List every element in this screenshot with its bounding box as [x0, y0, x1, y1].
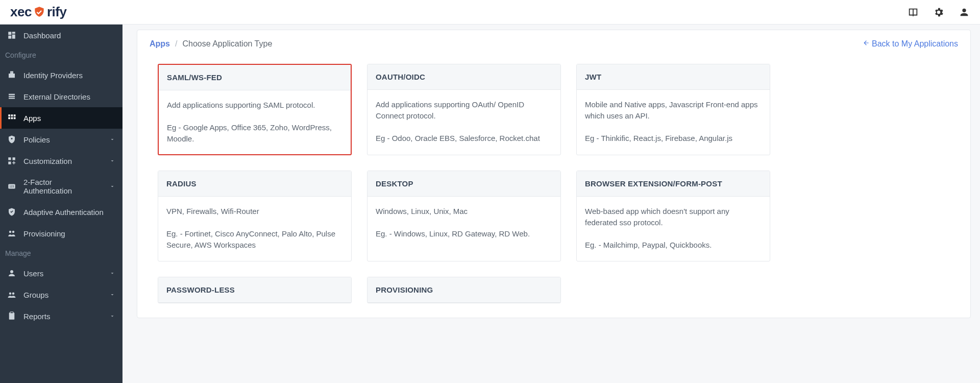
svg-rect-9	[13, 157, 15, 160]
sidebar-item-customization[interactable]: Customization	[0, 150, 122, 172]
breadcrumb-sep: /	[175, 39, 177, 49]
card-desc: Web-based app which doesn't support any …	[585, 206, 762, 228]
breadcrumb-current: Choose Application Type	[182, 39, 272, 49]
card-example: Eg - Odoo, Oracle EBS, Salesforce, Rocke…	[376, 133, 552, 144]
card-title: PASSWORD-LESS	[158, 277, 351, 303]
sidebar-section-configure: Configure	[0, 46, 122, 64]
list-icon	[7, 92, 16, 101]
breadcrumb: Apps / Choose Application Type	[150, 39, 272, 49]
card-body: Add applications supporting OAuth/ OpenI…	[368, 90, 560, 154]
sidebar-item-label: External Directories	[23, 92, 90, 101]
card-example: Eg - Thinkific, React.js, Firebase, Angu…	[585, 133, 762, 144]
back-link-label: Back to My Applications	[872, 39, 958, 49]
svg-point-15	[10, 270, 13, 273]
card-desc: Windows, Linux, Unix, Mac	[376, 206, 552, 217]
user-icon	[7, 269, 16, 278]
sidebar-item-identity-providers[interactable]: Identity Providers	[0, 64, 122, 86]
card-provisioning[interactable]: PROVISIONING	[367, 277, 561, 303]
sidebar-item-label: Customization	[23, 157, 72, 165]
sidebar-section-manage: Manage	[0, 244, 122, 262]
chevron-down-icon	[109, 269, 115, 278]
card-title: RADIUS	[158, 171, 351, 197]
sidebar-item-label: Groups	[23, 291, 48, 299]
sidebar-item-label: Provisioning	[23, 229, 65, 238]
svg-text:123: 123	[10, 185, 14, 188]
sidebar-item-2fa[interactable]: 123 2-Factor Authentication	[0, 172, 122, 201]
topbar: xec rify	[0, 0, 980, 25]
main-content: Apps / Choose Application Type Back to M…	[122, 25, 980, 383]
user-icon[interactable]	[959, 7, 970, 18]
dashboard-icon	[7, 31, 16, 40]
sidebar-item-reports[interactable]: Reports	[0, 305, 122, 327]
card-oauth[interactable]: OAUTH/OIDC Add applications supporting O…	[367, 64, 561, 155]
sidebar-item-apps[interactable]: Apps	[0, 107, 122, 129]
shield-icon	[33, 6, 46, 19]
docs-icon[interactable]	[908, 7, 919, 18]
sidebar-item-policies[interactable]: Policies	[0, 129, 122, 150]
card-desc: Mobile and Native apps, Javascript Front…	[585, 99, 762, 122]
chevron-down-icon	[109, 312, 115, 321]
sidebar-item-label: Users	[23, 269, 43, 278]
sidebar-item-label: Apps	[23, 114, 41, 123]
chevron-down-icon	[109, 291, 115, 299]
card-example: Eg. - Windows, Linux, RD Gateway, RD Web…	[376, 228, 552, 240]
policy-icon	[7, 135, 16, 144]
app-type-grid: SAML/WS-FED Add applications supporting …	[158, 64, 770, 303]
two-factor-icon: 123	[7, 182, 16, 191]
card-desc: VPN, Firewalls, Wifi-Router	[166, 206, 343, 217]
svg-rect-8	[8, 157, 11, 160]
sidebar-item-users[interactable]: Users	[0, 262, 122, 284]
card-body: VPN, Firewalls, Wifi-Router Eg. - Fortin…	[158, 197, 351, 260]
sidebar-item-label: Identity Providers	[23, 71, 83, 80]
card-title: BROWSER EXTENSION/FORM-POST	[577, 171, 770, 197]
breadcrumb-root[interactable]: Apps	[150, 39, 170, 49]
card-passwordless[interactable]: PASSWORD-LESS	[158, 277, 352, 303]
card-title: OAUTH/OIDC	[368, 64, 560, 90]
logo[interactable]: xec rify	[10, 4, 66, 20]
gear-icon[interactable]	[933, 7, 944, 18]
card-example: Eg. - Mailchimp, Paypal, Quickbooks.	[585, 240, 762, 251]
card-title: DESKTOP	[368, 171, 560, 197]
svg-rect-3	[14, 114, 16, 116]
breadcrumb-row: Apps / Choose Application Type Back to M…	[150, 39, 958, 49]
svg-rect-2	[11, 114, 13, 116]
sidebar-item-label: Adaptive Authentication	[23, 208, 104, 217]
provisioning-icon	[7, 229, 16, 238]
sidebar-item-groups[interactable]: Groups	[0, 284, 122, 305]
logo-text-post: rify	[47, 4, 66, 20]
svg-point-13	[9, 231, 12, 233]
svg-rect-10	[8, 162, 11, 164]
card-desc: Add applications supporting OAuth/ OpenI…	[376, 99, 552, 122]
card-example: Eg - Google Apps, Office 365, Zoho, Word…	[167, 122, 342, 145]
svg-rect-5	[11, 117, 13, 119]
shield-check-icon	[7, 207, 16, 217]
card-radius[interactable]: RADIUS VPN, Firewalls, Wifi-Router Eg. -…	[158, 171, 352, 261]
chevron-down-icon	[109, 182, 115, 191]
svg-point-14	[12, 231, 15, 233]
sidebar-item-adaptive-auth[interactable]: Adaptive Authentication	[0, 201, 122, 223]
svg-rect-1	[8, 114, 10, 116]
back-to-apps-link[interactable]: Back to My Applications	[863, 39, 958, 49]
chevron-down-icon	[109, 135, 115, 144]
topbar-actions	[908, 7, 970, 18]
svg-point-7	[11, 138, 13, 139]
card-title: JWT	[577, 64, 770, 90]
card-browser-extension[interactable]: BROWSER EXTENSION/FORM-POST Web-based ap…	[576, 171, 770, 261]
card-title: SAML/WS-FED	[159, 65, 351, 90]
svg-point-16	[9, 293, 12, 295]
card-saml[interactable]: SAML/WS-FED Add applications supporting …	[158, 64, 352, 155]
sidebar-item-dashboard[interactable]: Dashboard	[0, 25, 122, 46]
panel: Apps / Choose Application Type Back to M…	[137, 30, 971, 318]
card-desktop[interactable]: DESKTOP Windows, Linux, Unix, Mac Eg. - …	[367, 171, 561, 261]
sidebar-item-label: Dashboard	[23, 31, 61, 40]
groups-icon	[7, 290, 16, 299]
arrow-left-icon	[863, 39, 870, 49]
sidebar-item-external-directories[interactable]: External Directories	[0, 86, 122, 107]
sidebar-item-provisioning[interactable]: Provisioning	[0, 223, 122, 244]
svg-rect-19	[10, 312, 13, 314]
card-body: Windows, Linux, Unix, Mac Eg. - Windows,…	[368, 197, 560, 250]
sidebar-item-label: 2-Factor Authentication	[23, 178, 102, 195]
card-jwt[interactable]: JWT Mobile and Native apps, Javascript F…	[576, 64, 770, 155]
apps-icon	[7, 113, 16, 123]
svg-rect-6	[14, 117, 16, 119]
